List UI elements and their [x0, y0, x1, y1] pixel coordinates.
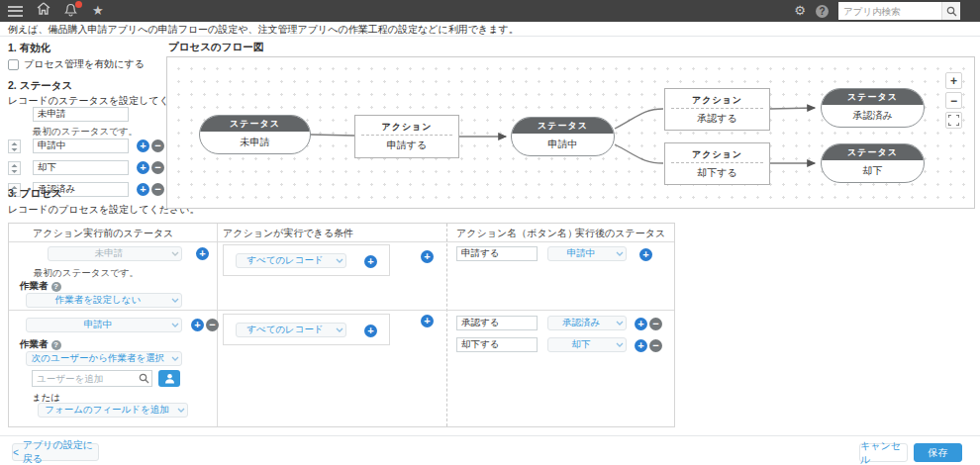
remove-process-row-icon[interactable]: −: [206, 319, 219, 331]
hamburger-menu-icon[interactable]: [8, 6, 23, 17]
notifications-bell-icon[interactable]: [64, 3, 78, 19]
remove-action-icon[interactable]: −: [649, 318, 662, 330]
chevron-down-icon: [334, 327, 345, 332]
page-description: 例えば、備品購入申請アプリへの申請フローの設定や、注文管理アプリへの作業工程の設…: [0, 22, 980, 37]
add-status-icon[interactable]: +: [137, 161, 149, 174]
flow-status-node[interactable]: ステータス 承認済み: [821, 88, 925, 128]
status-node-header: ステータス: [822, 89, 924, 105]
form-field-select[interactable]: フォームのフィールドを追加: [38, 403, 188, 418]
assignee-select[interactable]: 作業者を設定しない: [26, 293, 182, 308]
status-node-label: 未申請: [200, 132, 310, 153]
remove-action-icon[interactable]: −: [649, 339, 662, 352]
chevron-down-icon: [169, 356, 181, 361]
add-action-icon[interactable]: +: [635, 339, 647, 352]
reorder-handle[interactable]: [8, 161, 21, 175]
add-condition-icon[interactable]: +: [364, 255, 377, 268]
condition-select[interactable]: すべてのレコード: [236, 323, 346, 337]
help-icon[interactable]: ?: [816, 5, 829, 18]
select-user-button[interactable]: [158, 370, 180, 387]
action-node-label: 却下する: [665, 163, 769, 183]
search-icon: [946, 6, 957, 17]
chevron-down-icon: [614, 342, 626, 347]
assignee-help-icon[interactable]: ?: [51, 282, 61, 292]
user-search-icon[interactable]: [136, 373, 151, 384]
after-status-select[interactable]: 承認済み: [547, 316, 627, 330]
header-right-controls: ⚙ ?: [794, 0, 960, 22]
flow-status-node[interactable]: ステータス 未申請: [199, 115, 311, 154]
notification-badge: [75, 1, 82, 8]
action-name-input[interactable]: [456, 316, 538, 330]
add-condition-group-icon[interactable]: +: [421, 315, 434, 327]
after-status-value: 承認済み: [548, 317, 614, 329]
add-status-icon[interactable]: +: [137, 140, 149, 152]
assignee-help-icon[interactable]: ?: [51, 340, 61, 350]
flow-action-node[interactable]: アクション 承認する: [664, 88, 770, 131]
assignee-value: 作業者を設定しない: [27, 294, 169, 307]
action-name-input[interactable]: [456, 246, 538, 261]
process-management-settings-page: ★ ⚙ ? 例えば、備品購入申請アプリへの申請フローの設定や、注文管理アプリへの…: [0, 0, 980, 465]
assignee-select[interactable]: 次のユーザーから作業者を選択: [26, 351, 182, 366]
process-flow-canvas[interactable]: ステータス 未申請 アクション 申請する ステータス 申請中 アクション 承認す…: [166, 56, 975, 209]
flow-status-node[interactable]: ステータス 却下: [821, 143, 925, 183]
add-condition-icon[interactable]: +: [364, 325, 377, 337]
after-status-value: 申請中: [548, 247, 614, 260]
action-name-input[interactable]: [456, 337, 538, 352]
status-node-label: 承認済み: [822, 105, 924, 127]
zoom-out-button[interactable]: −: [945, 92, 962, 109]
condition-select[interactable]: すべてのレコード: [236, 253, 346, 268]
app-search-input[interactable]: [838, 2, 941, 20]
status-input[interactable]: [33, 139, 129, 153]
flow-status-node[interactable]: ステータス 申請中: [511, 117, 615, 156]
cancel-button[interactable]: キャンセル: [859, 443, 908, 462]
search-button[interactable]: [941, 2, 960, 20]
form-field-value: フォームのフィールドを追加: [39, 404, 175, 417]
assignee-label-text: 作業者: [20, 280, 49, 293]
chevron-down-icon: [614, 321, 626, 326]
process-table: アクション実行前のステータス アクションが実行できる条件 アクション名（ボタン名…: [8, 223, 675, 427]
condition-value: すべてのレコード: [237, 254, 334, 267]
fit-screen-button[interactable]: [945, 112, 962, 129]
before-status-value: 申請中: [27, 319, 169, 331]
before-status-select[interactable]: 未申請: [48, 246, 182, 261]
chevron-down-icon: [334, 258, 345, 263]
save-button[interactable]: 保存: [914, 443, 962, 462]
chevron-down-icon: [169, 323, 181, 327]
add-process-row-icon[interactable]: +: [191, 319, 204, 331]
remove-status-icon[interactable]: −: [151, 140, 164, 152]
assignee-label: 作業者 ?: [20, 280, 61, 293]
remove-status-icon[interactable]: −: [151, 161, 164, 174]
flow-action-node[interactable]: アクション 申請する: [354, 115, 459, 158]
settings-gear-icon[interactable]: ⚙: [794, 0, 806, 22]
favorites-star-icon[interactable]: ★: [92, 0, 104, 22]
global-header: ★ ⚙ ?: [0, 0, 980, 22]
reorder-handle[interactable]: [8, 140, 21, 153]
chevron-down-icon: [169, 251, 181, 256]
after-status-select[interactable]: 申請中: [547, 246, 627, 261]
back-to-app-settings-button[interactable]: < アプリの設定に戻る: [12, 443, 99, 461]
chevron-down-icon: [175, 408, 187, 413]
status-input[interactable]: [33, 160, 129, 175]
process-enable-label: プロセス管理を有効にする: [24, 57, 145, 71]
add-action-icon[interactable]: +: [639, 248, 652, 261]
assignee-label: 作業者 ?: [20, 338, 61, 351]
col-header-action-name: アクション名（ボタン名）: [456, 227, 577, 240]
status-node-label: 申請中: [512, 134, 614, 155]
person-icon: [164, 373, 175, 384]
add-status-icon[interactable]: +: [137, 183, 149, 196]
flow-action-node[interactable]: アクション 却下する: [664, 142, 770, 185]
enable-checkbox-row: プロセス管理を有効にする: [8, 57, 145, 71]
add-condition-group-icon[interactable]: +: [421, 250, 434, 263]
col-header-status-after: 実行後のステータス: [575, 227, 665, 240]
remove-status-icon[interactable]: −: [151, 183, 164, 196]
before-status-select[interactable]: 申請中: [26, 318, 182, 332]
home-icon[interactable]: [37, 0, 50, 22]
after-status-select[interactable]: 却下: [547, 337, 627, 352]
app-search: [838, 2, 960, 20]
add-user-input[interactable]: [33, 373, 136, 384]
first-status-input[interactable]: [33, 107, 129, 122]
add-action-icon[interactable]: +: [635, 318, 647, 330]
zoom-in-button[interactable]: +: [945, 72, 962, 89]
process-enable-checkbox[interactable]: [8, 59, 19, 70]
add-process-row-icon[interactable]: +: [196, 247, 209, 260]
col-header-condition: アクションが実行できる条件: [223, 227, 353, 240]
